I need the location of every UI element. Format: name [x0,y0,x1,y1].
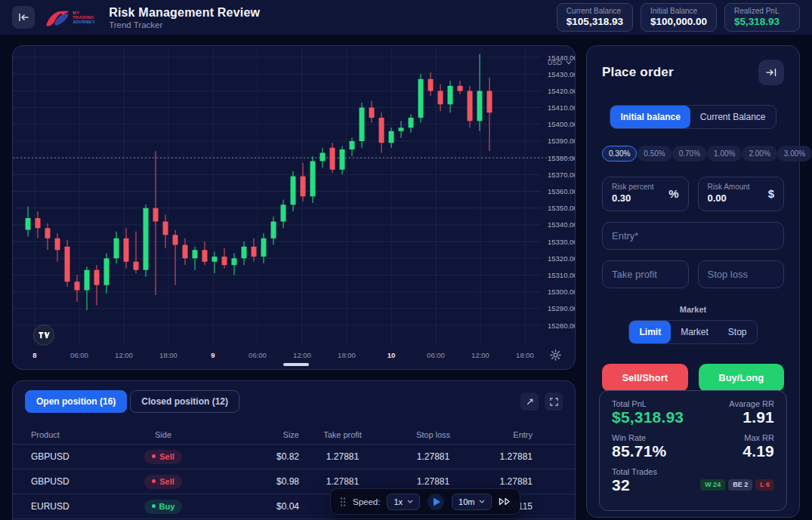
tab-open-positions[interactable]: Open position (16) [25,390,127,413]
side-cell: Sell [99,475,227,489]
average-rr-stat: Avarage RR 1.91 [729,399,774,426]
collapse-diagonal-icon [526,398,534,406]
entry-input[interactable] [612,230,774,242]
risk-chip-1.00[interactable]: 1.00% [707,146,742,162]
column-header: Product [31,430,99,439]
order-type-segmented: Limit Market Stop [628,320,757,344]
speed-select-value: 1x [394,497,403,506]
risk-amount-field[interactable]: Risk Amount $ [698,177,785,211]
fast-forward-button[interactable] [499,497,511,506]
svg-text:12:00: 12:00 [471,351,489,359]
risk-chip-3.00[interactable]: 3.00% [777,146,812,162]
svg-text:USD: USD [548,59,563,66]
order-type-market[interactable]: Market [671,321,718,343]
entry-cell: 1.27881 [480,451,533,462]
tab-closed-positions[interactable]: Closed position (12) [130,390,239,413]
svg-text:8: 8 [32,351,36,359]
svg-text:06:00: 06:00 [249,351,267,359]
total-pnl-stat: Total PnL $5,318.93 [612,399,684,426]
side-dot-icon [152,504,156,508]
svg-text:15410.00: 15410.00 [548,103,576,112]
risk-amount-input[interactable] [708,192,761,204]
side-dot-icon [152,479,156,483]
arrow-right-to-line-icon [765,68,777,77]
risk-percent-field[interactable]: Risk percent % [602,177,689,211]
expand-corners-icon [550,398,558,406]
take-profit-input[interactable] [612,269,679,280]
stop-loss-input[interactable] [708,269,775,280]
stop-loss-cell: 1.27881 [386,476,480,487]
balance-stat-box: Initial Balance$100,000.00 [641,3,717,32]
total-trades-stat: Total Trades 32 [612,467,657,494]
logo-line-3: JOURNEY [73,20,95,24]
badge-loss: L 6 [755,479,774,491]
order-type-group-label: Market [602,305,784,314]
total-trades-value: 32 [612,476,657,494]
tradingview-logo[interactable] [33,325,54,346]
dollar-suffix-icon: $ [768,187,774,200]
title-block: Risk Management Review Trend Tracker [109,6,260,29]
positions-tabs: Open position (16) Closed position (12) [25,390,239,413]
svg-text:10: 10 [387,351,396,359]
play-button[interactable] [427,493,445,511]
risk-chip-2.00[interactable]: 2.00% [742,146,776,162]
product-cell: GBPUSD [31,476,99,487]
win-rate-label: Win Rate [612,433,666,442]
svg-text:15280.00: 15280.00 [548,322,576,330]
svg-text:18:00: 18:00 [338,351,356,359]
risk-chip-0.30[interactable]: 0.30% [602,146,637,162]
candlestick-chart[interactable]: 15280.0015290.0015300.0015310.0015320.00… [13,46,576,370]
take-profit-cell: 1.27881 [299,451,386,462]
risk-percent-input[interactable] [612,192,665,204]
percent-suffix-icon: % [668,187,678,200]
arrow-left-to-line-icon [18,13,29,22]
column-header: Side [99,430,227,439]
balance-mode-segmented: Initial balance Current Balance [610,105,776,129]
collapse-order-panel-button[interactable] [758,60,784,85]
take-profit-field [602,260,689,288]
risk-chip-0.70[interactable]: 0.70% [672,146,707,162]
svg-text:15350.00: 15350.00 [548,204,576,212]
table-row[interactable]: GBPUSDSell$0.821.278811.278811.27881 [13,445,575,469]
side-label: Buy [159,502,175,511]
drag-handle-icon[interactable] [340,497,346,507]
back-button[interactable] [12,6,35,29]
badge-breakeven: BE 2 [728,479,752,491]
place-order-title: Place order [602,65,674,80]
total-pnl-label: Total PnL [612,399,684,408]
svg-text:15370.00: 15370.00 [548,171,576,179]
risk-amount-label: Risk Amount [708,183,761,191]
entry-field [602,222,784,250]
stop-loss-field [698,260,785,288]
risk-chip-0.50[interactable]: 0.50% [637,146,672,162]
page-subtitle: Trend Tracker [109,20,260,29]
balance-stat-value: $100,000.00 [650,16,707,27]
max-rr-value: 4.19 [743,442,774,460]
balance-tab-initial[interactable]: Initial balance [610,106,690,128]
svg-text:15290.00: 15290.00 [548,304,576,312]
order-type-limit[interactable]: Limit [629,321,671,343]
max-rr-stat: Max RR 4.19 [743,433,774,460]
side-pill: Buy [144,500,183,514]
size-cell: $0.82 [227,451,299,462]
chevron-down-icon [407,500,413,503]
trade-result-badges: W 24BE 2L 6 [700,479,774,491]
svg-text:12:00: 12:00 [293,351,311,359]
risk-percent-chips: 0.30%0.50%0.70%1.00%2.00%3.00% [602,146,784,162]
balance-stat-label: Initial Balance [650,7,707,15]
svg-text:06:00: 06:00 [70,351,88,359]
expand-panel-button[interactable] [545,392,563,411]
order-type-stop[interactable]: Stop [718,321,757,343]
timeframe-select[interactable]: 10m [452,494,492,510]
speed-select[interactable]: 1x [387,494,420,510]
side-label: Sell [159,477,174,486]
collapse-panel-button[interactable] [520,392,539,411]
chart-scrollbar[interactable] [283,363,309,366]
chart-settings-gear-icon[interactable] [550,349,561,364]
side-pill: Sell [144,475,182,489]
positions-table-header: ProductSideSizeTake profitStop lossEntry [13,425,575,445]
balance-tab-current[interactable]: Current Balance [690,106,776,128]
speed-label: Speed: [353,497,380,506]
sell-short-button[interactable]: Sell/Short [602,364,688,392]
buy-long-button[interactable]: Buy/Long [699,364,785,392]
